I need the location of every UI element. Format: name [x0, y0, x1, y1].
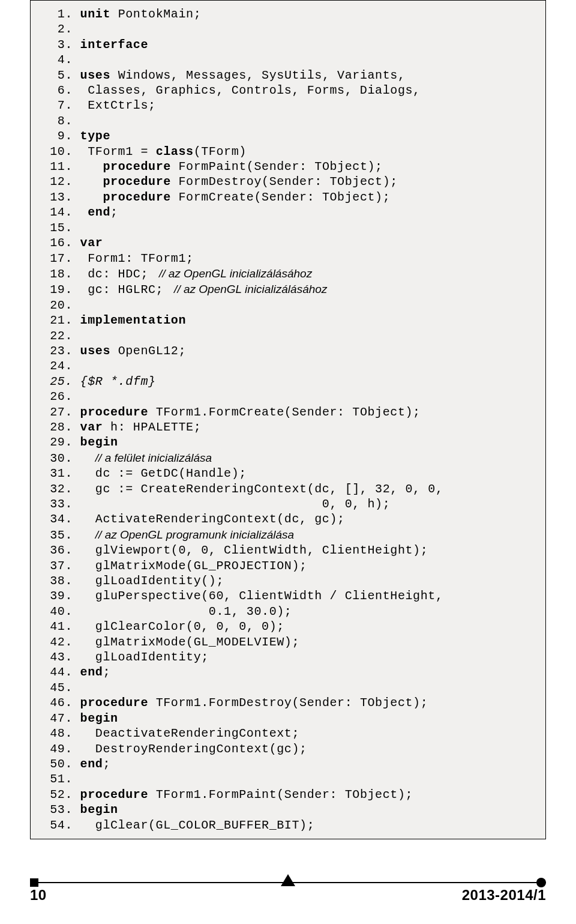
- code-text: glLoadIdentity;: [73, 650, 209, 664]
- line-number: 33.: [43, 497, 73, 512]
- line-number: 17.: [43, 251, 73, 266]
- line-number: 20.: [43, 298, 73, 313]
- keyword: var: [80, 420, 103, 434]
- comment: // az OpenGL inicializálásához: [171, 283, 328, 295]
- code-line: 10. TForm1 = class(TForm): [43, 144, 533, 159]
- code-line: 29. begin: [43, 435, 533, 450]
- code-text: 0.1, 30.0);: [73, 605, 292, 618]
- line-number: 29.: [43, 435, 73, 450]
- line-number: 14.: [43, 205, 73, 220]
- code-line: 20.: [43, 298, 533, 313]
- line-number: 44.: [43, 665, 73, 680]
- line-number: 32.: [43, 482, 73, 497]
- code-line: 8.: [43, 113, 533, 128]
- code-text: [73, 38, 80, 52]
- comment: // az OpenGL programunk inicializálása: [95, 528, 294, 541]
- square-icon: [30, 878, 38, 887]
- code-text: [73, 129, 80, 143]
- keyword: uses: [80, 344, 110, 358]
- code-text: DestroyRenderingContext(gc);: [73, 742, 307, 756]
- line-number: 2.: [43, 22, 73, 37]
- code-line: 9. type: [43, 128, 533, 143]
- code-line: 41. glClearColor(0, 0, 0, 0);: [43, 619, 533, 634]
- page-number: 10: [30, 887, 47, 904]
- code-text: glViewport(0, 0, ClientWidth, ClientHeig…: [73, 543, 428, 557]
- code-line: 4.: [43, 52, 533, 67]
- line-number: 28.: [43, 420, 73, 435]
- keyword: uses: [80, 68, 110, 82]
- line-number: 51.: [43, 772, 73, 787]
- line-number: 7.: [43, 98, 73, 113]
- code-line: 16. var: [43, 235, 533, 250]
- code-text: [73, 375, 80, 388]
- code-text: [73, 236, 80, 250]
- code-text: [73, 160, 103, 174]
- code-text: gc := CreateRenderingContext(dc, [], 32,…: [73, 482, 443, 496]
- keyword: begin: [80, 435, 118, 449]
- code-line: 18. dc: HDC; // az OpenGL inicializálásá…: [43, 266, 533, 282]
- code-line: 53. begin: [43, 802, 533, 817]
- keyword: begin: [80, 803, 118, 817]
- code-text: FormDestroy(Sender: TObject);: [171, 175, 398, 189]
- code-line: 54. glClear(GL_COLOR_BUFFER_BIT);: [43, 818, 533, 833]
- code-text: glMatrixMode(GL_PROJECTION);: [73, 559, 307, 573]
- line-number: 52.: [43, 787, 73, 802]
- line-number: 40.: [43, 604, 73, 619]
- keyword: interface: [80, 38, 148, 52]
- code-line: 2.: [43, 22, 533, 37]
- line-number: 24.: [43, 358, 73, 373]
- code-text: [73, 788, 80, 802]
- code-text: [73, 313, 80, 327]
- code-text: Classes, Graphics, Controls, Forms, Dial…: [73, 83, 421, 97]
- line-number: 37.: [43, 558, 73, 573]
- code-line: 45.: [43, 680, 533, 695]
- line-number: 42.: [43, 635, 73, 650]
- page-footer: 10 2013-2014/1: [30, 876, 546, 906]
- line-number: 9.: [43, 128, 73, 143]
- code-line: 5. uses Windows, Messages, SysUtils, Var…: [43, 68, 533, 83]
- line-number: 47.: [43, 711, 73, 726]
- line-number: 16.: [43, 235, 73, 250]
- line-number: 53.: [43, 802, 73, 817]
- code-text: [73, 68, 80, 82]
- code-line: 40. 0.1, 30.0);: [43, 604, 533, 619]
- code-line: 17. Form1: TForm1;: [43, 251, 533, 266]
- code-line: 12. procedure FormDestroy(Sender: TObjec…: [43, 174, 533, 189]
- code-line: 11. procedure FormPaint(Sender: TObject)…: [43, 159, 533, 174]
- line-number: 48.: [43, 726, 73, 741]
- code-text: [73, 420, 80, 434]
- code-line: 43. glLoadIdentity;: [43, 650, 533, 665]
- keyword: var: [80, 236, 103, 250]
- line-number: 36.: [43, 543, 73, 558]
- code-line: 28. var h: HPALETTE;: [43, 420, 533, 435]
- keyword: end: [80, 757, 103, 771]
- code-text: Form1: TForm1;: [73, 252, 194, 265]
- line-number: 34.: [43, 512, 73, 527]
- code-line: 3. interface: [43, 37, 533, 52]
- code-text: [73, 7, 80, 21]
- code-text: OpenGL12;: [110, 344, 186, 358]
- code-text: [73, 175, 103, 189]
- keyword: class: [156, 145, 194, 159]
- line-number: 12.: [43, 174, 73, 189]
- keyword: end: [88, 205, 110, 219]
- code-text: PontokMain;: [110, 7, 201, 21]
- code-line: 27. procedure TForm1.FormCreate(Sender: …: [43, 405, 533, 420]
- line-number: 30.: [43, 451, 73, 466]
- line-number: 5.: [43, 68, 73, 83]
- keyword: begin: [80, 711, 118, 725]
- code-text: [73, 696, 80, 710]
- code-text: ;: [103, 665, 110, 679]
- keyword: type: [80, 129, 110, 143]
- line-number: 39.: [43, 588, 73, 603]
- code-text: 0, 0, h);: [73, 497, 390, 511]
- code-line: 14. end;: [43, 205, 533, 220]
- keyword: procedure: [103, 175, 170, 189]
- code-line: 33. 0, 0, h);: [43, 497, 533, 512]
- code-text: TForm1.FormPaint(Sender: TObject);: [148, 788, 413, 802]
- code-text: [73, 711, 80, 725]
- code-text: ExtCtrls;: [73, 98, 156, 112]
- code-text: [73, 344, 80, 358]
- code-text: [73, 435, 80, 449]
- code-text: FormCreate(Sender: TObject);: [171, 190, 390, 204]
